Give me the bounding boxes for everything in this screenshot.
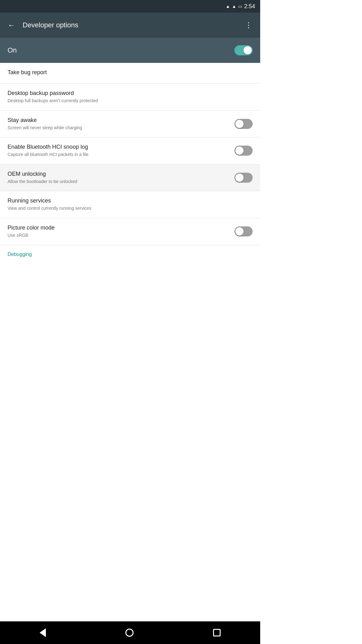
developer-options-toggle[interactable] <box>234 45 253 55</box>
battery-icon: ▭ <box>238 4 242 9</box>
status-time: 2:54 <box>244 3 255 10</box>
running-services-subtitle: View and control currently running servi… <box>8 205 253 212</box>
picture-color-mode-content: Picture color mode Use sRGB <box>8 225 234 239</box>
oem-unlocking-content: OEM unlocking Allow the bootloader to be… <box>8 171 234 185</box>
stay-awake-subtitle: Screen will never sleep while charging <box>8 125 234 131</box>
debugging-section-header: Debugging <box>0 245 260 261</box>
desktop-backup-password-subtitle: Desktop full backups aren't currently pr… <box>8 98 253 104</box>
on-section: On <box>0 38 260 63</box>
app-bar: ← Developer options ⋮ <box>0 13 260 38</box>
back-button[interactable]: ← <box>5 18 18 32</box>
stay-awake-content: Stay awake Screen will never sleep while… <box>8 117 234 131</box>
overflow-menu-button[interactable]: ⋮ <box>242 18 255 32</box>
wifi-icon: ▲ <box>226 4 230 9</box>
desktop-backup-password-item[interactable]: Desktop backup password Desktop full bac… <box>0 84 260 111</box>
oem-unlocking-title: OEM unlocking <box>8 171 234 177</box>
oem-unlocking-toggle[interactable] <box>234 173 253 183</box>
stay-awake-title: Stay awake <box>8 117 234 124</box>
desktop-backup-password-title: Desktop backup password <box>8 90 253 97</box>
bluetooth-hci-item[interactable]: Enable Bluetooth HCI snoop log Capture a… <box>0 137 260 164</box>
running-services-title: Running services <box>8 197 253 204</box>
debugging-section-title: Debugging <box>8 252 32 257</box>
app-bar-title: Developer options <box>23 21 78 29</box>
picture-color-mode-item[interactable]: Picture color mode Use sRGB <box>0 218 260 245</box>
take-bug-report-item[interactable]: Take bug report <box>0 63 260 84</box>
stay-awake-item[interactable]: Stay awake Screen will never sleep while… <box>0 111 260 138</box>
bluetooth-hci-content: Enable Bluetooth HCI snoop log Capture a… <box>8 144 234 158</box>
picture-color-mode-subtitle: Use sRGB <box>8 232 234 239</box>
status-bar: ▲ ▲ ▭ 2:54 <box>0 0 260 13</box>
settings-list: Take bug report Desktop backup password … <box>0 63 260 261</box>
oem-unlocking-subtitle: Allow the bootloader to be unlocked <box>8 179 234 185</box>
take-bug-report-title: Take bug report <box>8 69 253 76</box>
picture-color-mode-toggle[interactable] <box>234 226 253 236</box>
picture-color-mode-title: Picture color mode <box>8 225 234 231</box>
on-label: On <box>8 46 17 54</box>
take-bug-report-content: Take bug report <box>8 69 253 77</box>
bluetooth-hci-title: Enable Bluetooth HCI snoop log <box>8 144 234 150</box>
bluetooth-hci-toggle[interactable] <box>234 146 253 156</box>
running-services-item[interactable]: Running services View and control curren… <box>0 191 260 218</box>
signal-icon: ▲ <box>232 4 236 9</box>
status-icons: ▲ ▲ ▭ 2:54 <box>226 3 255 10</box>
app-bar-left: ← Developer options <box>5 18 78 32</box>
desktop-backup-password-content: Desktop backup password Desktop full bac… <box>8 90 253 104</box>
oem-unlocking-item[interactable]: OEM unlocking Allow the bootloader to be… <box>0 164 260 192</box>
running-services-content: Running services View and control curren… <box>8 197 253 212</box>
bluetooth-hci-subtitle: Capture all bluetooth HCI packets in a f… <box>8 152 234 158</box>
stay-awake-toggle[interactable] <box>234 119 253 129</box>
